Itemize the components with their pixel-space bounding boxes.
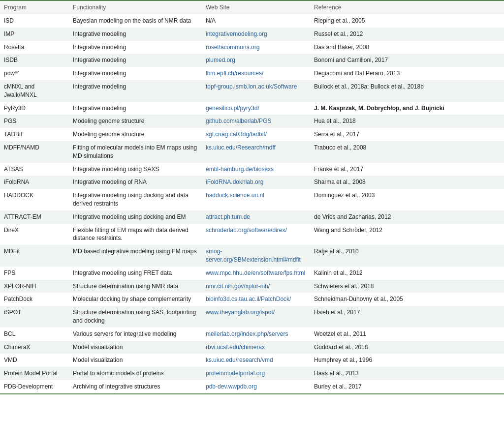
cell-website[interactable]: github.com/alberlab/PGS [202,115,310,128]
table-row: Protein Model PortalPortal to atomic mod… [0,367,504,380]
website-link[interactable]: haddock.science.uu.nl [206,192,264,199]
cell-website[interactable]: embl-hamburg.de/biosaxs [202,163,310,176]
cell-website[interactable]: sgt.cnag.cat/3dg/tadbit/ [202,128,310,141]
cell-website[interactable]: nmr.cit.nih.gov/xplor-nih/ [202,280,310,293]
website-link[interactable]: schroderlab.org/software/direx/ [206,227,287,234]
website-link[interactable]: bioinfo3d.cs.tau.ac.il/PatchDock/ [206,296,291,302]
cell-reference: Rieping et al., 2005 [310,14,504,28]
website-link[interactable]: nmr.cit.nih.gov/xplor-nih/ [206,283,270,290]
website-link[interactable]: genesilico.pl/pyry3d/ [206,105,259,112]
cell-website[interactable]: iFoldRNA.dokhlab.org [202,176,310,189]
header-website: Web Site [202,0,310,14]
cell-reference: Burley et al., 2017 [310,380,504,394]
website-link[interactable]: plumed.org [206,57,235,63]
table-row: ATTRACT-EMIntegrative modeling using doc… [0,210,504,224]
table-row: ATSASIntegrative modeling using SAXSembl… [0,163,504,176]
website-link[interactable]: rosettacommons.org [206,44,259,51]
table-row: MDFitMD based integrative modeling using… [0,245,504,267]
website-link[interactable]: pdb-dev.wwpdb.org [206,383,257,390]
cell-website[interactable]: schroderlab.org/software/direx/ [202,224,310,245]
cell-website[interactable]: proteinmodelportal.org [202,367,310,380]
cell-program: TADBit [0,128,69,141]
website-link[interactable]: attract.ph.tum.de [206,213,250,220]
website-link[interactable]: topf-group.ismb.lon.ac.uk/Software [206,83,297,90]
table-row: PatchDockMolecular docking by shape comp… [0,293,504,306]
cell-functionality: Flexible fitting of EM maps with data de… [69,224,202,245]
website-link[interactable]: github.com/alberlab/PGS [206,118,271,124]
cell-website[interactable]: rbvi.ucsf.edu/chimerax [202,341,310,354]
cell-website[interactable]: meilerlab.org/index.php/servers [202,328,310,341]
header-functionality: Functionality [69,0,202,14]
cell-program: ISD [0,14,69,28]
cell-program: XPLOR-NIH [0,280,69,293]
cell-website[interactable]: rosettacommons.org [202,41,310,54]
cell-functionality: Integrative modeling [69,80,202,102]
website-link[interactable]: sgt.cnag.cat/3dg/tadbit/ [206,131,267,138]
cell-website[interactable]: topf-group.ismb.lon.ac.uk/Software [202,80,310,102]
table-row: BCLVarious servers for integrative model… [0,328,504,341]
cell-functionality: Bayesian modeling on the basis of NMR da… [69,14,202,28]
cell-reference: Wang and Schröder, 2012 [310,224,504,245]
cell-functionality: Integrative modeling [69,102,202,115]
cell-reference: Haas et al., 2013 [310,367,504,380]
website-link[interactable]: smog-server.org/SBMextension.html#mdfit [206,248,301,263]
cell-functionality: Model visualization [69,354,202,367]
cell-program: PatchDock [0,293,69,306]
cell-program: DireX [0,224,69,245]
website-link[interactable]: www.mpc.hhu.de/en/software/fps.html [206,269,305,276]
cell-program: MDFF/NAMD [0,141,69,163]
cell-website[interactable]: www.mpc.hhu.de/en/software/fps.html [202,267,310,280]
cell-website[interactable]: haddock.science.uu.nl [202,189,310,210]
website-link[interactable]: iFoldRNA.dokhlab.org [206,179,263,185]
cell-website[interactable]: www.theyanglab.org/ispot/ [202,306,310,328]
website-link[interactable]: embl-hamburg.de/biosaxs [206,166,274,173]
table-row: ISDBayesian modeling on the basis of NMR… [0,14,504,28]
cell-website[interactable]: genesilico.pl/pyry3d/ [202,102,310,115]
cell-website[interactable]: ks.uiuc.edu/Research/mdff [202,141,310,163]
cell-website[interactable]: ks.uiuc.edu/research/vmd [202,354,310,367]
cell-program: PDB-Development [0,380,69,394]
cell-reference: Ratje et al., 2010 [310,245,504,267]
website-link[interactable]: integrativemodeling.org [206,30,267,37]
cell-reference: Russel et al., 2012 [310,28,504,41]
cell-website[interactable]: attract.ph.tum.de [202,210,310,224]
cell-functionality: Integrative modeling [69,54,202,67]
cell-reference: Dominguez et al., 2003 [310,189,504,210]
cell-website[interactable]: bioinfo3d.cs.tau.ac.il/PatchDock/ [202,293,310,306]
website-link[interactable]: proteinmodelportal.org [206,370,265,377]
cell-functionality: Portal to atomic models of proteins [69,367,202,380]
cell-reference: Hsieh et al., 2017 [310,306,504,328]
cell-functionality: Molecular docking by shape complementari… [69,293,202,306]
cell-reference: Humphrey et al., 1996 [310,354,504,367]
cell-website[interactable]: plumed.org [202,54,310,67]
programs-table: Program Functionality Web Site Reference… [0,0,504,394]
table-row: iSPOTStructure determination using SAS, … [0,306,504,328]
cell-program: powᵉʳ [0,67,69,80]
website-link[interactable]: rbvi.ucsf.edu/chimerax [206,344,265,351]
website-link[interactable]: ks.uiuc.edu/research/vmd [206,357,273,363]
cell-functionality: Archiving of integrative structures [69,380,202,394]
cell-program: FPS [0,267,69,280]
main-container: Program Functionality Web Site Reference… [0,0,504,394]
table-row: ChimeraXModel visualizationrbvi.ucsf.edu… [0,341,504,354]
cell-website[interactable]: smog-server.org/SBMextension.html#mdfit [202,245,310,267]
cell-reference: Schneidman-Duhovny et al., 2005 [310,293,504,306]
cell-website[interactable]: lbm.epfl.ch/resources/ [202,67,310,80]
cell-functionality: Integrative modeling using SAXS [69,163,202,176]
cell-program: PGS [0,115,69,128]
cell-program: cMNXL and Jwalk/MNXL [0,80,69,102]
website-link[interactable]: meilerlab.org/index.php/servers [206,330,288,337]
table-row: XPLOR-NIHStructure determination using N… [0,280,504,293]
cell-website[interactable]: integrativemodeling.org [202,28,310,41]
cell-functionality: Integrative modeling [69,67,202,80]
website-link[interactable]: ks.uiuc.edu/Research/mdff [206,144,276,151]
reference-text: J. M. Kasprzak, M. Dobrychłop, and J. Bu… [314,105,444,112]
cell-website[interactable]: pdb-dev.wwpdb.org [202,380,310,394]
cell-reference: Kalinin et al., 2012 [310,267,504,280]
website-link[interactable]: lbm.epfl.ch/resources/ [206,70,263,77]
header-program: Program [0,0,69,14]
cell-reference: Bonomi and Camilloni, 2017 [310,54,504,67]
cell-functionality: Integrative modeling [69,41,202,54]
website-link[interactable]: www.theyanglab.org/ispot/ [206,309,275,316]
cell-functionality: Integrative modeling [69,28,202,41]
